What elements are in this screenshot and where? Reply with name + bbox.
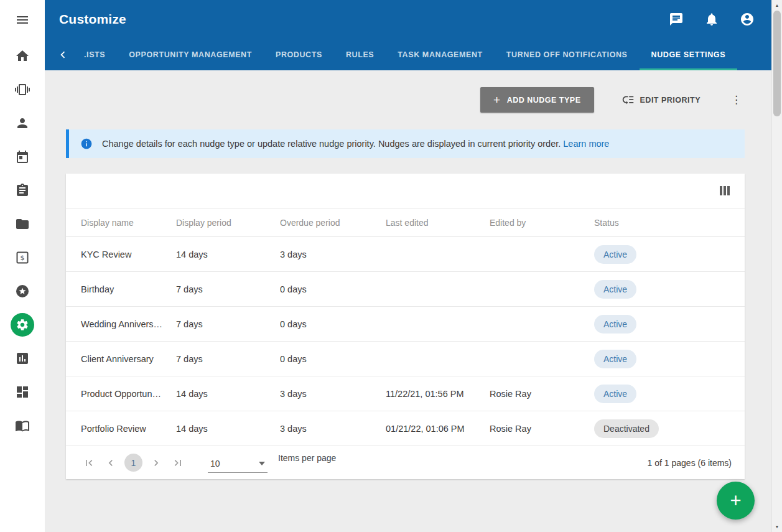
- book-icon[interactable]: [14, 418, 30, 434]
- content-area: + ADD NUDGE TYPE EDIT PRIORITY ⋮ Change …: [45, 70, 771, 532]
- table-cell: 11/22/21, 01:56 PM: [386, 376, 490, 411]
- column-header[interactable]: Display period: [176, 208, 280, 237]
- table-cell: 3 days: [280, 411, 386, 446]
- calendar-icon[interactable]: [14, 149, 30, 165]
- table-cell: Wedding Annivers…: [66, 307, 176, 342]
- svg-text:$: $: [21, 254, 25, 262]
- status-cell: Active: [594, 342, 745, 376]
- table-cell: Product Opportun…: [66, 376, 176, 411]
- table-row[interactable]: Birthday7 days0 daysActive: [66, 272, 745, 307]
- nudge-table-card: Display name Display period Overdue peri…: [66, 174, 745, 479]
- top-bar: Customize .ISTSOPPORTUNITY: [45, 0, 771, 70]
- table-row[interactable]: Portfolio Review14 days3 days01/21/22, 0…: [66, 411, 745, 446]
- table-row[interactable]: Wedding Annivers…7 days0 daysActive: [66, 307, 745, 342]
- page-title: Customize: [59, 12, 126, 27]
- scrollbar-thumb[interactable]: [773, 11, 781, 116]
- table-cell: 0 days: [280, 272, 386, 307]
- settings-icon[interactable]: [11, 313, 34, 337]
- table-cell: [490, 237, 594, 272]
- status-badge: Active: [594, 350, 636, 368]
- items-per-page-label: Items per page: [278, 453, 336, 463]
- account-icon[interactable]: [740, 12, 755, 27]
- pagination-summary: 1 of 1 pages (6 items): [648, 458, 732, 468]
- vibration-icon[interactable]: [14, 82, 30, 98]
- actions-row: + ADD NUDGE TYPE EDIT PRIORITY ⋮: [66, 87, 745, 113]
- person-icon[interactable]: [14, 115, 30, 131]
- folder-icon[interactable]: [14, 216, 30, 232]
- table-cell: [490, 272, 594, 307]
- table-cell: KYC Review: [66, 237, 176, 272]
- info-banner-text: Change details for each nudge type or up…: [102, 139, 609, 149]
- pagination-bar: 1 10 Items per page 1 of 1 pages (6 item…: [66, 446, 745, 479]
- current-page-button[interactable]: 1: [124, 454, 142, 472]
- info-icon: [80, 138, 93, 150]
- edit-priority-button[interactable]: EDIT PRIORITY: [618, 93, 704, 107]
- add-nudge-type-label: ADD NUDGE TYPE: [507, 96, 581, 105]
- table-cell: 7 days: [176, 272, 280, 307]
- tab-ists[interactable]: .ISTS: [72, 39, 117, 70]
- fab-add-button[interactable]: +: [717, 482, 755, 520]
- table-cell: 7 days: [176, 342, 280, 376]
- table-cell: Rosie Ray: [490, 411, 594, 446]
- add-nudge-type-button[interactable]: + ADD NUDGE TYPE: [480, 87, 593, 113]
- table-cell: 14 days: [176, 237, 280, 272]
- status-badge: Active: [594, 315, 636, 334]
- first-page-icon[interactable]: [81, 457, 97, 469]
- status-badge: Active: [594, 385, 636, 403]
- table-row[interactable]: KYC Review14 days3 daysActive: [66, 237, 745, 272]
- home-icon[interactable]: [14, 48, 30, 64]
- table-cell: Rosie Ray: [490, 376, 594, 411]
- main-area: Customize .ISTSOPPORTUNITY: [45, 0, 771, 532]
- tab-products[interactable]: PRODUCTS: [264, 39, 334, 70]
- column-chooser-icon[interactable]: [718, 184, 732, 197]
- prev-page-icon[interactable]: [103, 457, 119, 469]
- status-cell: Active: [594, 272, 745, 307]
- app-window: $ Customize: [0, 0, 782, 532]
- scroll-up-icon[interactable]: ▲: [772, 0, 782, 11]
- status-badge: Active: [594, 245, 636, 264]
- table-cell: Portfolio Review: [66, 411, 176, 446]
- table-toolbar: [66, 174, 745, 208]
- table-cell: [386, 307, 490, 342]
- bell-icon[interactable]: [704, 12, 719, 27]
- tab-bar-items: .ISTSOPPORTUNITY MANAGEMENTPRODUCTSRULES…: [72, 39, 737, 70]
- page-size-select[interactable]: 10: [208, 459, 268, 473]
- bar-chart-icon[interactable]: [14, 350, 30, 366]
- dollar-doc-icon[interactable]: $: [14, 250, 30, 266]
- table-cell: 01/21/22, 01:06 PM: [386, 411, 490, 446]
- scroll-down-icon[interactable]: ▼: [772, 521, 782, 532]
- info-banner-message: Change details for each nudge type or up…: [102, 139, 561, 149]
- tab-rules[interactable]: RULES: [334, 39, 386, 70]
- table-cell: 3 days: [280, 376, 386, 411]
- tab-turned-off-notifications[interactable]: TURNED OFF NOTIFICATIONS: [495, 39, 640, 70]
- next-page-icon[interactable]: [148, 457, 164, 469]
- menu-icon[interactable]: [14, 12, 30, 28]
- column-header[interactable]: Overdue period: [280, 208, 386, 237]
- kebab-menu-icon[interactable]: ⋮: [728, 93, 745, 106]
- table-cell: 7 days: [176, 307, 280, 342]
- status-cell: Active: [594, 237, 745, 272]
- table-row[interactable]: Client Anniversary7 days0 daysActive: [66, 342, 745, 376]
- clipboard-icon[interactable]: [14, 182, 30, 198]
- column-header[interactable]: Last edited: [386, 208, 490, 237]
- stars-icon[interactable]: [14, 283, 30, 299]
- status-cell: Deactivated: [594, 411, 745, 446]
- tab-task-management[interactable]: TASK MANAGEMENT: [386, 39, 495, 70]
- table-cell: Birthday: [66, 272, 176, 307]
- last-page-icon[interactable]: [170, 457, 186, 469]
- vertical-scrollbar[interactable]: ▲ ▼: [771, 0, 782, 532]
- chat-icon[interactable]: [669, 12, 684, 27]
- column-header[interactable]: Edited by: [490, 208, 594, 237]
- status-cell: Active: [594, 376, 745, 411]
- table-cell: [490, 342, 594, 376]
- dashboard-icon[interactable]: [14, 384, 30, 400]
- status-badge: Deactivated: [594, 419, 659, 438]
- tab-opportunity-management[interactable]: OPPORTUNITY MANAGEMENT: [117, 39, 264, 70]
- table-row[interactable]: Product Opportun…14 days3 days11/22/21, …: [66, 376, 745, 411]
- tab-nudge-settings[interactable]: NUDGE SETTINGS: [640, 39, 738, 70]
- column-header[interactable]: Status: [594, 208, 745, 237]
- column-header[interactable]: Display name: [66, 208, 176, 237]
- table-body: KYC Review14 days3 daysActiveBirthday7 d…: [66, 237, 745, 446]
- learn-more-link[interactable]: Learn more: [563, 139, 609, 149]
- tabs-back-icon[interactable]: [54, 39, 72, 70]
